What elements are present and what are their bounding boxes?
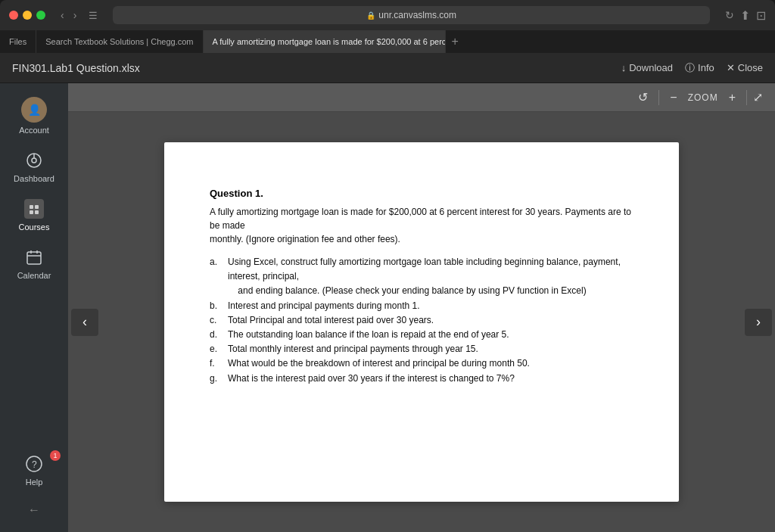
close-button[interactable]: ✕ Close — [727, 62, 763, 73]
zoom-divider-1 — [658, 90, 659, 105]
tab-canvas[interactable]: A fully amortizing mortgage loan is made… — [204, 30, 446, 53]
doc-content[interactable]: ‹ Question 1. A fully amortizing mortgag… — [68, 112, 775, 532]
list-item: f. What would be the breakdown of intere… — [210, 356, 633, 371]
question-intro: A fully amortizing mortgage loan is made… — [210, 205, 633, 246]
sidebar-item-courses-label: Courses — [19, 222, 50, 232]
zoom-divider-2 — [746, 90, 747, 105]
file-header: FIN301.Lab1 Question.xlsx ↓ Download ⓘ I… — [0, 53, 775, 83]
sidebar: 👤 Account Dashboard — [0, 83, 68, 532]
list-item: e. Total monthly interest and principal … — [210, 342, 633, 356]
download-button[interactable]: ↓ Download — [621, 62, 673, 73]
svg-rect-6 — [35, 210, 39, 214]
list-text-c: Total Principal and total interest paid … — [228, 313, 434, 328]
maximize-window-button[interactable] — [36, 11, 45, 20]
main-area: 👤 Account Dashboard — [0, 83, 775, 532]
list-item: a. Using Excel, construct fully amortizi… — [210, 255, 633, 299]
sidebar-item-dashboard-label: Dashboard — [14, 174, 54, 183]
reload-button[interactable]: ↻ — [725, 9, 734, 21]
title-bar: ‹ › ☰ 🔒 unr.canvaslms.com ↻ ⬆ ⊡ — [0, 0, 775, 30]
collapse-sidebar-button[interactable]: ← — [0, 494, 68, 526]
close-label: Close — [738, 62, 763, 73]
sidebar-item-help[interactable]: 1 ? Help — [0, 446, 68, 494]
question-list: a. Using Excel, construct fully amortizi… — [210, 255, 633, 386]
svg-rect-7 — [27, 252, 41, 264]
svg-text:?: ? — [32, 459, 37, 470]
svg-rect-4 — [35, 205, 39, 209]
list-item: b. Interest and principal payments durin… — [210, 299, 633, 313]
zoom-label: ZOOM — [688, 92, 718, 103]
svg-point-1 — [32, 158, 36, 163]
download-icon: ↓ — [621, 62, 627, 73]
prev-page-button[interactable]: ‹ — [71, 309, 98, 336]
tab-add-button[interactable]: + — [446, 30, 465, 53]
rotate-button[interactable]: ↺ — [633, 89, 652, 106]
notification-badge: 1 — [50, 450, 61, 461]
sidebar-item-calendar-label: Calendar — [17, 271, 51, 280]
list-label-b: b. — [210, 299, 225, 313]
list-text-a: Using Excel, construct fully amortizing … — [228, 255, 633, 299]
list-item: c. Total Principal and total interest pa… — [210, 313, 633, 328]
close-icon: ✕ — [727, 62, 735, 73]
zoom-toolbar: ↺ − ZOOM + ⤢ — [68, 83, 775, 112]
nav-buttons: ‹ › — [58, 8, 79, 23]
new-window-button[interactable]: ⊡ — [756, 8, 766, 23]
forward-button[interactable]: › — [70, 8, 80, 23]
tabs-bar: Files Search Textbook Solutions | Chegg.… — [0, 30, 775, 53]
tab-files[interactable]: Files — [0, 30, 36, 53]
sidebar-item-help-label: Help — [26, 478, 43, 487]
list-item: g. What is the interest paid over 30 yea… — [210, 372, 633, 386]
close-window-button[interactable] — [9, 11, 18, 20]
next-page-button[interactable]: › — [745, 309, 772, 336]
doc-page: Question 1. A fully amortizing mortgage … — [164, 142, 679, 502]
list-label-c: c. — [210, 313, 225, 328]
list-label-g: g. — [210, 372, 225, 386]
back-button[interactable]: ‹ — [58, 8, 67, 23]
sidebar-item-dashboard[interactable]: Dashboard — [0, 142, 68, 191]
minimize-window-button[interactable] — [23, 11, 32, 20]
doc-viewer: ↺ − ZOOM + ⤢ ‹ Question 1. A fully amort… — [68, 83, 775, 532]
list-label-d: d. — [210, 328, 225, 342]
zoom-in-button[interactable]: + — [724, 89, 740, 106]
reader-mode-button[interactable]: ☰ — [89, 10, 98, 21]
address-bar: 🔒 unr.canvaslms.com — [113, 6, 710, 24]
svg-rect-5 — [30, 210, 33, 214]
browser-chrome: ‹ › ☰ 🔒 unr.canvaslms.com ↻ ⬆ ⊡ Files Se… — [0, 0, 775, 53]
sidebar-item-account-label: Account — [19, 126, 49, 135]
avatar: 👤 — [21, 97, 47, 123]
tab-chegg[interactable]: Search Textbook Solutions | Chegg.com — [36, 30, 203, 53]
info-icon: ⓘ — [685, 61, 695, 75]
dashboard-icon — [23, 150, 45, 171]
toolbar-actions: ⬆ ⊡ — [740, 8, 766, 23]
file-title: FIN301.Lab1 Question.xlsx — [12, 62, 621, 74]
expand-button[interactable]: ⤢ — [753, 90, 763, 104]
list-text-d: The outstanding loan balance if the loan… — [228, 328, 509, 342]
info-label: Info — [698, 62, 714, 73]
download-label: Download — [629, 62, 673, 73]
info-button[interactable]: ⓘ Info — [685, 61, 714, 75]
sidebar-item-account[interactable]: 👤 Account — [0, 89, 68, 142]
file-actions: ↓ Download ⓘ Info ✕ Close — [621, 61, 763, 75]
list-text-b: Interest and principal payments during m… — [228, 299, 419, 313]
traffic-lights — [9, 11, 45, 20]
list-label-f: f. — [210, 356, 225, 371]
list-label-a: a. — [210, 255, 225, 299]
help-icon: ? — [23, 453, 45, 474]
url-text: unr.canvaslms.com — [378, 10, 456, 20]
list-text-g: What is the interest paid over 30 years … — [228, 372, 515, 386]
courses-icon — [23, 198, 45, 219]
list-item: d. The outstanding loan balance if the l… — [210, 328, 633, 342]
zoom-out-button[interactable]: − — [665, 89, 681, 106]
calendar-icon — [23, 247, 45, 268]
question-title: Question 1. — [210, 188, 633, 199]
sidebar-item-calendar[interactable]: Calendar — [0, 239, 68, 288]
svg-rect-3 — [30, 205, 33, 209]
list-text-f: What would be the breakdown of interest … — [228, 356, 530, 371]
sidebar-item-courses[interactable]: Courses — [0, 191, 68, 239]
share-button[interactable]: ⬆ — [740, 8, 750, 23]
list-label-e: e. — [210, 342, 225, 356]
list-text-e: Total monthly interest and principal pay… — [228, 342, 478, 356]
lock-icon: 🔒 — [366, 11, 375, 20]
